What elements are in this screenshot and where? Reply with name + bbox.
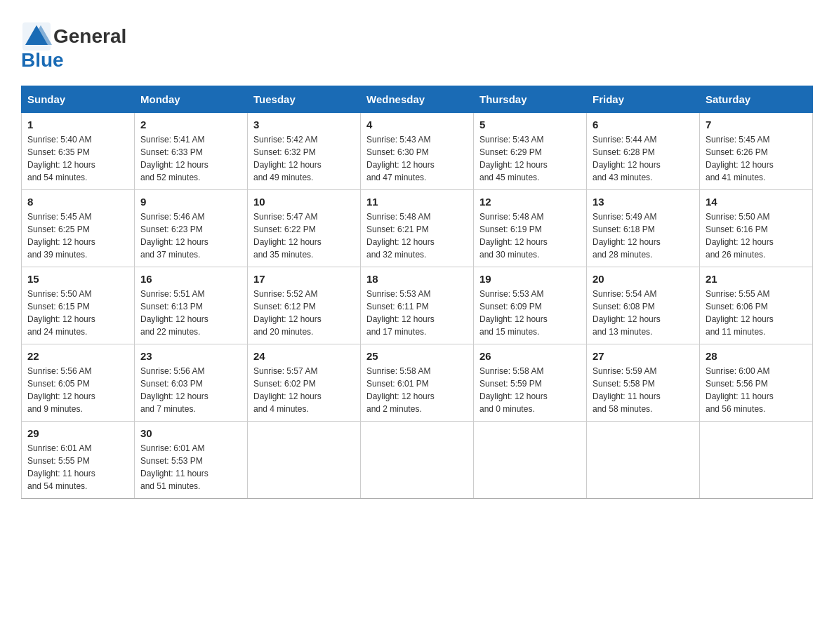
day-number: 17 [253,273,355,285]
day-number: 1 [27,119,128,130]
day-info: Sunrise: 5:50 AMSunset: 6:15 PMDaylight:… [27,288,128,338]
day-number: 25 [366,350,468,362]
day-cell: 16 Sunrise: 5:51 AMSunset: 6:13 PMDaylig… [135,267,248,344]
header-friday: Friday [587,86,700,113]
day-cell: 25 Sunrise: 5:58 AMSunset: 6:01 PMDaylig… [361,344,474,422]
day-number: 5 [479,119,581,130]
logo-blue-text: Blue [21,49,64,72]
day-cell: 7 Sunrise: 5:45 AMSunset: 6:26 PMDayligh… [700,113,813,190]
day-cell [474,422,587,499]
day-number: 30 [140,427,241,439]
day-info: Sunrise: 5:51 AMSunset: 6:13 PMDaylight:… [140,288,241,338]
day-info: Sunrise: 5:45 AMSunset: 6:25 PMDaylight:… [27,210,128,261]
day-number: 21 [706,273,807,285]
day-cell: 14 Sunrise: 5:50 AMSunset: 6:16 PMDaylig… [700,190,813,267]
day-info: Sunrise: 5:40 AMSunset: 6:35 PMDaylight:… [27,133,128,184]
day-number: 10 [253,196,355,208]
header-wednesday: Wednesday [361,86,474,113]
day-info: Sunrise: 5:55 AMSunset: 6:06 PMDaylight:… [706,288,807,338]
day-info: Sunrise: 5:43 AMSunset: 6:29 PMDaylight:… [479,133,581,184]
logo: General Blue [21,21,126,72]
day-number: 28 [706,350,807,362]
day-info: Sunrise: 5:49 AMSunset: 6:18 PMDaylight:… [593,210,694,261]
day-info: Sunrise: 5:54 AMSunset: 6:08 PMDaylight:… [593,288,694,338]
day-number: 2 [140,119,241,130]
day-number: 29 [27,427,128,439]
day-cell [361,422,474,499]
day-number: 13 [593,196,694,208]
day-number: 24 [253,350,355,362]
day-number: 19 [479,273,581,285]
day-cell: 15 Sunrise: 5:50 AMSunset: 6:15 PMDaylig… [22,267,135,344]
day-info: Sunrise: 5:48 AMSunset: 6:21 PMDaylight:… [366,210,468,261]
day-number: 15 [27,273,128,285]
header-tuesday: Tuesday [248,86,361,113]
day-cell: 17 Sunrise: 5:52 AMSunset: 6:12 PMDaylig… [248,267,361,344]
day-number: 20 [593,273,694,285]
day-number: 22 [27,350,128,362]
day-number: 23 [140,350,241,362]
day-number: 12 [479,196,581,208]
day-number: 8 [27,196,128,208]
day-number: 7 [706,119,807,130]
day-info: Sunrise: 5:59 AMSunset: 5:58 PMDaylight:… [593,365,694,415]
weekday-header-row: SundayMondayTuesdayWednesdayThursdayFrid… [22,86,813,113]
day-info: Sunrise: 5:50 AMSunset: 6:16 PMDaylight:… [706,210,807,261]
day-number: 11 [366,196,468,208]
day-cell: 9 Sunrise: 5:46 AMSunset: 6:23 PMDayligh… [135,190,248,267]
day-info: Sunrise: 5:46 AMSunset: 6:23 PMDaylight:… [140,210,241,261]
day-info: Sunrise: 5:53 AMSunset: 6:09 PMDaylight:… [479,288,581,338]
day-cell: 11 Sunrise: 5:48 AMSunset: 6:21 PMDaylig… [361,190,474,267]
header-monday: Monday [135,86,248,113]
day-cell: 26 Sunrise: 5:58 AMSunset: 5:59 PMDaylig… [474,344,587,422]
day-info: Sunrise: 5:43 AMSunset: 6:30 PMDaylight:… [366,133,468,184]
day-info: Sunrise: 5:48 AMSunset: 6:19 PMDaylight:… [479,210,581,261]
day-number: 4 [366,119,468,130]
week-row-3: 15 Sunrise: 5:50 AMSunset: 6:15 PMDaylig… [22,267,813,344]
day-cell: 1 Sunrise: 5:40 AMSunset: 6:35 PMDayligh… [22,113,135,190]
page-header: General Blue [21,21,813,72]
day-number: 14 [706,196,807,208]
day-info: Sunrise: 5:53 AMSunset: 6:11 PMDaylight:… [366,288,468,338]
day-info: Sunrise: 6:00 AMSunset: 5:56 PMDaylight:… [706,365,807,415]
day-info: Sunrise: 5:44 AMSunset: 6:28 PMDaylight:… [593,133,694,184]
day-cell: 2 Sunrise: 5:41 AMSunset: 6:33 PMDayligh… [135,113,248,190]
day-number: 27 [593,350,694,362]
day-info: Sunrise: 5:45 AMSunset: 6:26 PMDaylight:… [706,133,807,184]
day-cell [700,422,813,499]
day-info: Sunrise: 5:58 AMSunset: 6:01 PMDaylight:… [366,365,468,415]
day-cell: 12 Sunrise: 5:48 AMSunset: 6:19 PMDaylig… [474,190,587,267]
day-number: 3 [253,119,355,130]
day-cell [248,422,361,499]
logo-general-text: General [53,27,126,46]
week-row-5: 29 Sunrise: 6:01 AMSunset: 5:55 PMDaylig… [22,422,813,499]
week-row-4: 22 Sunrise: 5:56 AMSunset: 6:05 PMDaylig… [22,344,813,422]
day-cell: 28 Sunrise: 6:00 AMSunset: 5:56 PMDaylig… [700,344,813,422]
day-cell: 19 Sunrise: 5:53 AMSunset: 6:09 PMDaylig… [474,267,587,344]
day-cell: 6 Sunrise: 5:44 AMSunset: 6:28 PMDayligh… [587,113,700,190]
header-sunday: Sunday [22,86,135,113]
day-cell: 18 Sunrise: 5:53 AMSunset: 6:11 PMDaylig… [361,267,474,344]
day-cell: 4 Sunrise: 5:43 AMSunset: 6:30 PMDayligh… [361,113,474,190]
day-cell [587,422,700,499]
day-info: Sunrise: 5:52 AMSunset: 6:12 PMDaylight:… [253,288,355,338]
day-info: Sunrise: 5:41 AMSunset: 6:33 PMDaylight:… [140,133,241,184]
logo-icon [21,21,52,52]
day-cell: 24 Sunrise: 5:57 AMSunset: 6:02 PMDaylig… [248,344,361,422]
day-info: Sunrise: 5:56 AMSunset: 6:03 PMDaylight:… [140,365,241,415]
day-number: 6 [593,119,694,130]
day-cell: 30 Sunrise: 6:01 AMSunset: 5:53 PMDaylig… [135,422,248,499]
header-saturday: Saturday [700,86,813,113]
day-info: Sunrise: 5:57 AMSunset: 6:02 PMDaylight:… [253,365,355,415]
day-info: Sunrise: 6:01 AMSunset: 5:55 PMDaylight:… [27,442,128,492]
week-row-2: 8 Sunrise: 5:45 AMSunset: 6:25 PMDayligh… [22,190,813,267]
day-cell: 13 Sunrise: 5:49 AMSunset: 6:18 PMDaylig… [587,190,700,267]
calendar-table: SundayMondayTuesdayWednesdayThursdayFrid… [21,86,813,499]
day-info: Sunrise: 6:01 AMSunset: 5:53 PMDaylight:… [140,442,241,492]
day-info: Sunrise: 5:47 AMSunset: 6:22 PMDaylight:… [253,210,355,261]
day-cell: 20 Sunrise: 5:54 AMSunset: 6:08 PMDaylig… [587,267,700,344]
day-cell: 10 Sunrise: 5:47 AMSunset: 6:22 PMDaylig… [248,190,361,267]
day-cell: 29 Sunrise: 6:01 AMSunset: 5:55 PMDaylig… [22,422,135,499]
week-row-1: 1 Sunrise: 5:40 AMSunset: 6:35 PMDayligh… [22,113,813,190]
day-number: 16 [140,273,241,285]
